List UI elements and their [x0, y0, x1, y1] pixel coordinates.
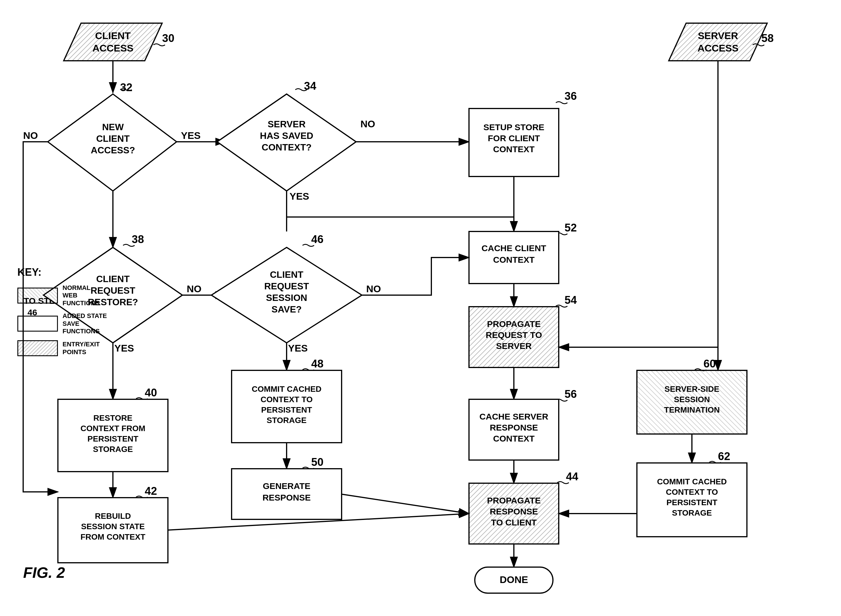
client-access-label: CLIENT — [95, 30, 131, 41]
propagate-req-label: PROPAGATE — [487, 319, 541, 329]
label-32: 32 — [120, 81, 132, 94]
diagram-container: 30 CLIENT ACCESS 58 SERVER ACCESS 32 NEW… — [0, 0, 841, 616]
setup-store-label2: FOR CLIENT — [488, 133, 540, 143]
label-58: 58 — [762, 32, 773, 44]
server-access-label: SERVER — [698, 30, 738, 41]
commit-62-label2: CONTEXT TO — [666, 487, 718, 497]
client-req-session-label3: SESSION — [266, 292, 307, 303]
restore-ctx-label4: STORAGE — [93, 445, 133, 454]
yes-label-32: YES — [181, 130, 201, 141]
label-52: 52 — [565, 221, 577, 234]
generate-resp-label2: RESPONSE — [263, 493, 311, 502]
svg-marker-3 — [64, 23, 162, 61]
svg-line-31 — [342, 494, 469, 513]
key-title: KEY: — [18, 266, 110, 278]
commit-62-label: COMMIT CACHED — [657, 477, 727, 486]
new-client-access-label: NEW — [102, 122, 124, 132]
propagate-resp-label2: RESPONSE — [490, 507, 538, 516]
generate-resp-label: GENERATE — [263, 481, 310, 491]
new-client-access-label2: CLIENT — [96, 133, 130, 144]
label-54: 54 — [565, 294, 577, 306]
client-req-session-label4: SAVE? — [272, 304, 301, 314]
svg-marker-4 — [669, 23, 767, 61]
key-label-entry: ENTRY/EXITPOINTS — [63, 340, 100, 356]
propagate-resp-label3: TO CLIENT — [491, 518, 537, 527]
client-req-session-label2: REQUEST — [264, 281, 309, 291]
server-access-label2: ACCESS — [697, 43, 738, 54]
label-30: 30 — [162, 32, 174, 44]
cache-client-label2: CONTEXT — [493, 255, 534, 264]
rebuild-session-label2: SESSION STATE — [81, 522, 145, 531]
new-client-access-label3: ACCESS? — [91, 145, 135, 155]
commit-48-label2: CONTEXT TO — [260, 395, 313, 404]
key-box-normal — [18, 287, 58, 304]
key-label-normal: NORMALWEB FUNCTIONS — [63, 284, 110, 307]
no-label-46: NO — [366, 283, 381, 294]
yes-label-46: YES — [288, 343, 308, 353]
server-side-label3: TERMINATION — [664, 405, 720, 414]
key-item-entry: ENTRY/EXITPOINTS — [18, 340, 110, 356]
fig-label: FIG. 2 — [23, 564, 65, 581]
no-label-34: NO — [360, 118, 375, 129]
yes-label-34: YES — [290, 191, 309, 202]
rebuild-session-label: REBUILD — [95, 512, 131, 521]
restore-ctx-label2: CONTEXT FROM — [81, 424, 146, 433]
commit-48-label: COMMIT CACHED — [251, 384, 321, 393]
label-44: 44 — [566, 471, 578, 483]
server-side-label: SERVER-SIDE — [665, 384, 719, 393]
server-side-label2: SESSION — [674, 395, 710, 404]
rebuild-session-label3: FROM CONTEXT — [81, 532, 146, 541]
client-req-session-label: CLIENT — [270, 269, 303, 280]
no-label-32: NO — [23, 130, 38, 141]
propagate-req-label3: SERVER — [496, 341, 532, 351]
label-42: 42 — [145, 485, 157, 497]
key-item-normal: NORMALWEB FUNCTIONS — [18, 284, 110, 307]
key-label-added: ADDED STATESAVE FUNCTIONS — [63, 312, 110, 335]
key-section: KEY: NORMALWEB FUNCTIONS ADDED STATESAVE… — [18, 266, 110, 361]
commit-48-label4: STORAGE — [267, 416, 307, 425]
setup-store-label: SETUP STORE — [484, 122, 544, 132]
commit-48-label3: PERSISTENT — [261, 405, 312, 414]
done-label: DONE — [500, 574, 528, 585]
commit-62-label4: STORAGE — [672, 508, 712, 517]
label-60: 60 — [703, 358, 716, 370]
restore-ctx-label: RESTORE — [94, 414, 132, 422]
no-label-38: NO — [187, 283, 201, 294]
key-box-added — [18, 316, 58, 331]
label-46: 46 — [311, 233, 323, 245]
label-56: 56 — [565, 388, 577, 400]
cache-server-label2: RESPONSE — [490, 423, 538, 432]
server-saved-label2: HAS SAVED — [260, 131, 313, 141]
server-saved-label: SERVER — [268, 119, 306, 129]
client-access-label2: ACCESS — [93, 43, 134, 54]
label-48: 48 — [311, 358, 323, 370]
label-40: 40 — [145, 387, 157, 399]
label-50: 50 — [311, 456, 323, 468]
key-item-added: ADDED STATESAVE FUNCTIONS — [18, 312, 110, 335]
label-38: 38 — [132, 233, 144, 245]
propagate-resp-label: PROPAGATE — [487, 496, 541, 505]
server-saved-label3: CONTEXT? — [262, 142, 312, 153]
restore-ctx-label3: PERSISTENT — [87, 434, 138, 443]
propagate-req-label2: REQUEST TO — [486, 330, 542, 340]
yes-label-38: YES — [114, 343, 134, 353]
commit-62-label3: PERSISTENT — [666, 498, 717, 507]
setup-store-label3: CONTEXT — [493, 144, 534, 154]
label-62: 62 — [718, 450, 730, 462]
cache-client-label: CACHE CLIENT — [481, 243, 546, 253]
cache-server-label3: CONTEXT — [493, 434, 534, 443]
cache-server-label: CACHE SERVER — [479, 412, 548, 421]
label-36: 36 — [565, 90, 577, 102]
key-box-entry — [18, 340, 58, 356]
